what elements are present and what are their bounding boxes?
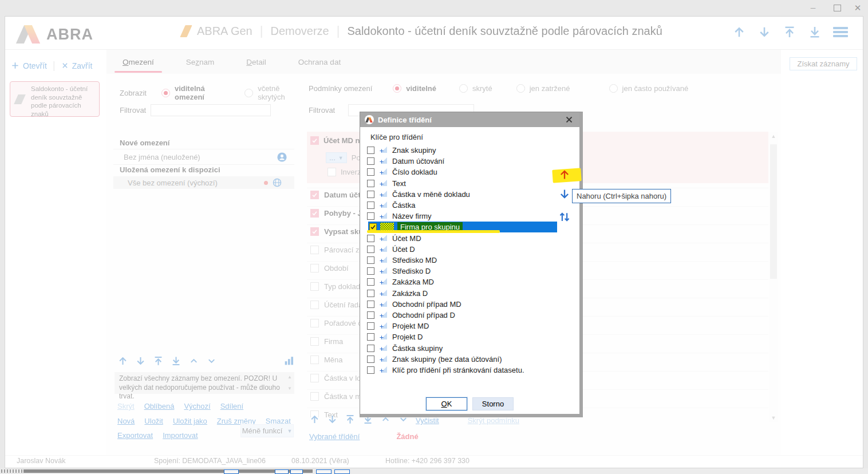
link-skryt-podminku[interactable]: Skrýt podmínku bbox=[468, 416, 519, 425]
sort-key-row[interactable]: Středisko D bbox=[367, 266, 431, 276]
sort-key-row[interactable]: Datum účtování bbox=[367, 156, 444, 167]
link-vybrane-trideni[interactable]: Vybrané třídění bbox=[309, 432, 360, 441]
sort-key-checkbox[interactable] bbox=[367, 180, 374, 187]
sort-key-checkbox[interactable] bbox=[367, 301, 374, 308]
move-top-icon[interactable] bbox=[345, 414, 356, 425]
open-button[interactable]: Otevřít bbox=[11, 61, 47, 70]
sort-key-checkbox[interactable] bbox=[367, 256, 374, 264]
sort-key-row[interactable]: Text bbox=[367, 178, 406, 189]
link-sdileni[interactable]: Sdílení bbox=[220, 402, 243, 410]
sort-key-checkbox[interactable] bbox=[367, 212, 374, 220]
sort-key-row[interactable]: Účet MD bbox=[367, 233, 421, 244]
condition-checkbox[interactable] bbox=[310, 356, 319, 364]
link-exportovat[interactable]: Exportovat bbox=[117, 431, 153, 440]
scrollbar-thumb[interactable] bbox=[770, 144, 777, 279]
sort-key-checkbox[interactable] bbox=[367, 322, 374, 330]
radio-visible-restrictions[interactable] bbox=[161, 89, 170, 97]
condition-checkbox[interactable] bbox=[310, 374, 319, 382]
menu-icon[interactable] bbox=[833, 27, 848, 37]
person-icon[interactable] bbox=[277, 152, 287, 162]
sort-key-checkbox[interactable] bbox=[367, 267, 374, 275]
sort-key-row[interactable]: Klíč pro třídění při stránkování dataset… bbox=[367, 365, 524, 376]
sort-direction-icon[interactable] bbox=[558, 211, 571, 223]
taskbar-icon[interactable] bbox=[334, 469, 350, 474]
sort-key-checkbox[interactable] bbox=[367, 290, 374, 297]
link-vychozi[interactable]: Výchozí bbox=[184, 402, 210, 410]
taskbar-icon[interactable] bbox=[275, 469, 289, 474]
condition-checkbox[interactable] bbox=[310, 337, 319, 346]
move-up-icon[interactable] bbox=[309, 414, 320, 425]
sort-key-checkbox[interactable] bbox=[367, 278, 374, 286]
sort-key-checkbox[interactable] bbox=[367, 366, 374, 374]
dialog-close-icon[interactable] bbox=[563, 114, 575, 125]
move-down-icon[interactable] bbox=[135, 356, 146, 366]
link-ulozit-jako[interactable]: Uložit jako bbox=[173, 417, 207, 425]
radio-visible-label[interactable]: viditelná omezení bbox=[175, 84, 228, 101]
link-oblibena[interactable]: Oblíbená bbox=[144, 402, 175, 410]
sort-key-row[interactable]: Projekt D bbox=[367, 331, 423, 342]
condition-checkbox[interactable] bbox=[310, 264, 319, 272]
arrow-to-top-icon[interactable] bbox=[783, 25, 796, 39]
radio-including-hidden[interactable] bbox=[244, 89, 253, 97]
scrollbar-up-icon[interactable]: ▲ bbox=[769, 133, 778, 139]
sort-key-checkbox[interactable] bbox=[367, 191, 374, 198]
arrow-up-icon[interactable] bbox=[732, 25, 746, 39]
sort-key-down-icon[interactable] bbox=[558, 188, 571, 200]
expand-icon[interactable] bbox=[206, 356, 217, 366]
tab-detail[interactable]: Detail bbox=[230, 50, 282, 74]
sort-key-row[interactable]: Název firmy bbox=[367, 211, 432, 222]
taskbar-icon[interactable] bbox=[290, 469, 303, 474]
get-records-button[interactable]: Získat záznamy bbox=[790, 57, 857, 70]
condition-checkbox[interactable] bbox=[310, 209, 319, 218]
condition-checkbox[interactable] bbox=[310, 319, 319, 327]
storno-button[interactable]: Storno bbox=[472, 397, 514, 410]
close-tab-button[interactable]: Zavřít bbox=[61, 61, 93, 70]
link-skryt[interactable]: Skrýt bbox=[117, 402, 135, 410]
maximize-icon[interactable] bbox=[831, 2, 843, 14]
arrow-down-icon[interactable] bbox=[757, 25, 771, 39]
filter-input[interactable] bbox=[151, 104, 271, 116]
scrollbar-down-icon[interactable]: ▼ bbox=[769, 415, 778, 421]
link-importovat[interactable]: Importovat bbox=[163, 431, 198, 440]
sort-key-row[interactable]: Středisko MD bbox=[367, 255, 437, 266]
scroll-down-icon[interactable]: ▼ bbox=[287, 386, 292, 392]
chart-icon[interactable] bbox=[284, 356, 294, 366]
sort-key-up-icon[interactable] bbox=[558, 168, 571, 181]
saved-restriction-row[interactable]: Vše bez omezení (výchozí) bbox=[113, 176, 294, 189]
sort-key-checkbox[interactable] bbox=[367, 246, 374, 253]
sort-key-checkbox[interactable] bbox=[367, 311, 374, 319]
sort-key-row[interactable]: Částka bbox=[367, 200, 415, 211]
sort-key-checkbox[interactable] bbox=[367, 345, 374, 352]
tab-ochrana-dat[interactable]: Ochrana dat bbox=[282, 50, 357, 74]
sort-key-row[interactable]: Číslo dokladu bbox=[367, 167, 437, 177]
agenda-card[interactable]: Saldokonto - účetní deník souvztažně pod… bbox=[10, 81, 100, 117]
move-down-icon[interactable] bbox=[327, 414, 338, 425]
dialog-titlebar[interactable]: Definice třídění bbox=[360, 112, 579, 127]
link-vycistit[interactable]: Vyčistit bbox=[416, 416, 439, 425]
sort-key-row[interactable]: Projekt MD bbox=[367, 321, 429, 331]
globe-icon[interactable] bbox=[273, 178, 282, 187]
sort-key-row[interactable]: Účet D bbox=[367, 244, 415, 255]
close-icon[interactable] bbox=[852, 2, 863, 14]
unnamed-restriction[interactable]: Bez jména (neuložené) bbox=[124, 153, 200, 161]
scroll-up-icon[interactable]: ▲ bbox=[287, 374, 292, 380]
collapse-icon[interactable] bbox=[188, 356, 199, 366]
tab-seznam[interactable]: Seznam bbox=[170, 50, 231, 74]
sort-key-row[interactable]: Obchodní případ D bbox=[367, 310, 455, 321]
move-top-icon[interactable] bbox=[153, 356, 164, 366]
minimize-icon[interactable] bbox=[807, 2, 819, 14]
condition-checkbox[interactable] bbox=[310, 282, 319, 291]
sort-key-checkbox[interactable] bbox=[367, 356, 374, 363]
sort-key-row[interactable]: Zakázka D bbox=[367, 288, 428, 299]
condition-checkbox[interactable] bbox=[310, 191, 319, 199]
arrow-to-bottom-icon[interactable] bbox=[808, 25, 822, 39]
sort-key-row[interactable]: Částka skupiny bbox=[367, 343, 443, 354]
sort-key-row[interactable]: Zakázka MD bbox=[367, 276, 434, 287]
link-ulozit[interactable]: Uložit bbox=[144, 417, 163, 425]
sort-key-row[interactable]: Znak skupiny bbox=[367, 145, 436, 156]
ok-button[interactable]: OK bbox=[426, 397, 467, 410]
sort-key-checkbox[interactable] bbox=[367, 157, 374, 165]
sort-key-checkbox[interactable] bbox=[367, 235, 374, 242]
conditions-scrollbar[interactable]: ▲ ▼ bbox=[769, 132, 778, 422]
condition-checkbox[interactable] bbox=[310, 301, 319, 309]
